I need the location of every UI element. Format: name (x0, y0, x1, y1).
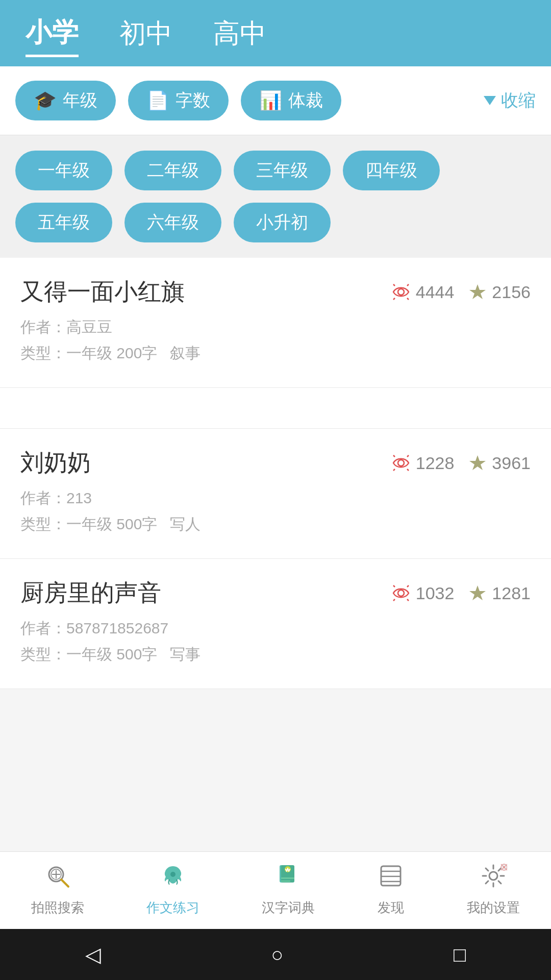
style-filter-label: 体裁 (288, 89, 323, 112)
article-author: 作者：213 (20, 488, 531, 509)
grade-tag-2[interactable]: 二年级 (124, 151, 221, 190)
collapse-label: 收缩 (501, 89, 536, 112)
article-header: 刘奶奶 1228 (20, 447, 531, 479)
svg-marker-11 (469, 455, 486, 470)
nav-settings-label: 我的设置 (467, 899, 520, 917)
article-title: 又得一面小红旗 (20, 276, 185, 308)
svg-rect-28 (281, 880, 290, 882)
collapse-arrow-icon (484, 96, 496, 105)
style-filter-btn[interactable]: 📊 体裁 (241, 81, 341, 120)
view-count-value: 4444 (416, 282, 455, 302)
svg-marker-5 (469, 284, 486, 299)
grade-filter-btn[interactable]: 🎓 年级 (15, 81, 116, 120)
grade-tag-upgrade[interactable]: 小升初 (234, 203, 331, 242)
article-stats: 1228 3961 (391, 453, 531, 473)
article-author: 作者：587871852687 (20, 618, 531, 639)
star-icon (468, 584, 487, 602)
svg-line-16 (407, 599, 409, 601)
filter-bar: 🎓 年级 📄 字数 📊 体裁 收缩 (0, 66, 551, 135)
header: 小学 初中 高中 (0, 0, 551, 66)
grade-tag-5[interactable]: 五年级 (15, 203, 112, 242)
nav-essay-label: 作文练习 (146, 899, 199, 917)
star-count: 1281 (468, 583, 531, 603)
article-type: 类型：一年级 500字 写事 (20, 644, 531, 665)
article-header: 又得一面小红旗 4444 (20, 276, 531, 308)
svg-line-15 (393, 599, 395, 601)
android-back-btn[interactable]: ◁ (85, 943, 101, 966)
svg-line-38 (486, 868, 488, 871)
svg-point-33 (489, 872, 497, 880)
view-count: 1228 (391, 453, 455, 473)
bottom-nav: 拍照搜索 作文练习 汉字词典 (0, 851, 551, 929)
star-count-value: 1281 (492, 583, 531, 603)
dictionary-icon (274, 862, 302, 894)
tab-middle[interactable]: 初中 (119, 16, 172, 56)
svg-rect-27 (281, 877, 294, 879)
svg-line-40 (498, 868, 501, 871)
svg-point-12 (398, 590, 404, 596)
grade-tag-6[interactable]: 六年级 (124, 203, 221, 242)
svg-point-23 (170, 872, 176, 877)
svg-line-7 (393, 455, 395, 457)
svg-line-8 (407, 455, 409, 457)
tab-elementary[interactable]: 小学 (26, 15, 79, 57)
collapse-btn[interactable]: 收缩 (484, 89, 536, 112)
svg-line-39 (498, 881, 501, 884)
nav-discover-label: 发现 (378, 899, 404, 917)
article-author: 作者：高豆豆 (20, 317, 531, 338)
grade-filter-label: 年级 (63, 89, 97, 112)
article-title: 刘奶奶 (20, 447, 91, 479)
word-count-filter-btn[interactable]: 📄 字数 (128, 81, 229, 120)
svg-line-10 (407, 469, 409, 471)
svg-line-1 (393, 284, 395, 286)
article-type: 类型：一年级 200字 叙事 (20, 343, 531, 364)
discover-icon (377, 862, 405, 894)
svg-line-3 (393, 298, 395, 300)
grade-tag-4[interactable]: 四年级 (343, 151, 440, 190)
nav-discover[interactable]: 发现 (377, 862, 405, 917)
article-header: 厨房里的声音 1032 (20, 577, 531, 609)
nav-dictionary[interactable]: 汉字词典 (262, 862, 315, 917)
nav-photo-search-label: 拍照搜索 (31, 899, 84, 917)
svg-line-14 (407, 585, 409, 587)
article-item[interactable]: 又得一面小红旗 4444 (0, 258, 551, 388)
svg-point-0 (398, 289, 404, 295)
article-item[interactable]: 刘奶奶 1228 (0, 429, 551, 559)
svg-line-13 (393, 585, 395, 587)
star-icon (468, 283, 487, 301)
photo-search-icon (44, 862, 71, 894)
essay-icon (159, 862, 187, 894)
star-count-value: 3961 (492, 453, 531, 473)
spacer (0, 388, 551, 429)
view-count: 1032 (391, 583, 455, 603)
article-item[interactable]: 厨房里的声音 1032 (0, 559, 551, 689)
eye-icon (391, 282, 411, 302)
grade-tag-3[interactable]: 三年级 (234, 151, 331, 190)
article-list: 又得一面小红旗 4444 (0, 258, 551, 689)
star-count: 2156 (468, 282, 531, 302)
grade-icon: 🎓 (34, 90, 57, 111)
grade-section: 一年级 二年级 三年级 四年级 五年级 六年级 小升初 (0, 135, 551, 258)
article-type: 类型：一年级 500字 写人 (20, 514, 531, 535)
android-home-btn[interactable]: ○ (271, 943, 283, 966)
article-title: 厨房里的声音 (20, 577, 161, 609)
android-nav-bar: ◁ ○ □ (0, 929, 551, 980)
nav-dictionary-label: 汉字词典 (262, 899, 315, 917)
view-count: 4444 (391, 282, 455, 302)
nav-photo-search[interactable]: 拍照搜索 (31, 862, 84, 917)
svg-line-4 (407, 298, 409, 300)
nav-essay[interactable]: 作文练习 (146, 862, 199, 917)
android-recent-btn[interactable]: □ (454, 943, 466, 966)
star-icon (468, 454, 487, 472)
nav-settings[interactable]: 我的设置 (467, 862, 520, 917)
view-count-value: 1228 (416, 453, 455, 473)
svg-line-9 (393, 469, 395, 471)
article-stats: 4444 2156 (391, 282, 531, 302)
tab-high[interactable]: 高中 (213, 16, 266, 56)
svg-line-20 (61, 879, 68, 887)
settings-icon (480, 862, 507, 894)
star-count-value: 2156 (492, 282, 531, 302)
svg-line-41 (486, 881, 488, 884)
eye-icon (391, 583, 411, 603)
grade-tag-1[interactable]: 一年级 (15, 151, 112, 190)
